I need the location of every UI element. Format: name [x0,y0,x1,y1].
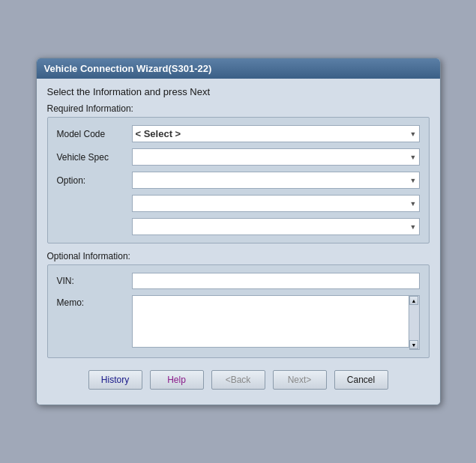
required-info-panel: Model Code < Select > Vehicle Spec Optio… [47,117,430,243]
model-code-wrapper: < Select > [132,125,420,142]
option-wrapper [132,172,420,189]
window-title: Vehicle Connection Wizard(S301-22) [44,63,212,74]
back-button[interactable]: <Back [211,370,265,390]
vehicle-spec-label: Vehicle Spec [57,152,132,163]
help-button[interactable]: Help [150,370,204,390]
optional-section-label: Optional Information: [47,251,430,261]
memo-label: Memo: [57,295,132,308]
main-window: Vehicle Connection Wizard(S301-22) Selec… [36,58,441,405]
cancel-button[interactable]: Cancel [334,370,388,390]
vin-label: VIN: [57,276,132,286]
vin-field-wrapper [132,273,420,289]
extra2-wrapper [132,218,420,235]
scrollbar-up-btn[interactable]: ▲ [409,296,418,305]
option-label: Option: [57,175,132,186]
memo-textarea[interactable] [132,295,409,348]
required-section-label: Required Information: [47,103,430,114]
vin-row: VIN: [57,273,420,289]
vehicle-spec-wrapper [132,148,420,166]
extra1-select[interactable] [132,195,420,212]
instruction-text: Select the Information and press Next [47,86,430,97]
history-button[interactable]: History [88,370,142,390]
memo-field-wrapper: ▲ ▼ [132,295,420,350]
next-button[interactable]: Next> [273,370,327,390]
option-select[interactable] [132,172,420,189]
title-bar: Vehicle Connection Wizard(S301-22) [37,58,440,79]
model-code-label: Model Code [57,129,132,139]
option-row: Option: [57,172,420,189]
scrollbar-down-btn[interactable]: ▼ [409,340,418,349]
button-bar: History Help <Back Next> Cancel [47,366,430,397]
model-code-select[interactable]: < Select > [132,125,420,142]
vin-input[interactable] [132,273,420,289]
extra1-row [57,195,420,212]
memo-scrollbar: ▲ ▼ [409,295,420,350]
extra2-row [57,218,420,235]
window-body: Select the Information and press Next Re… [37,79,440,405]
extra1-wrapper [132,195,420,212]
vehicle-spec-select[interactable] [132,148,420,166]
vehicle-spec-row: Vehicle Spec [57,148,420,166]
memo-row: Memo: ▲ ▼ [57,295,420,350]
optional-info-panel: VIN: Memo: ▲ ▼ [47,264,430,358]
model-code-row: Model Code < Select > [57,125,420,142]
extra2-select[interactable] [132,218,420,235]
